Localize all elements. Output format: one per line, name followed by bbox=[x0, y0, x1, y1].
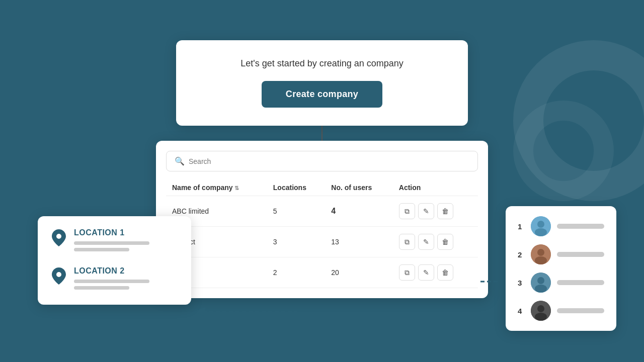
location-pin-icon-2 bbox=[52, 267, 66, 288]
svg-point-12 bbox=[537, 305, 544, 312]
create-company-button[interactable]: Create company bbox=[262, 81, 382, 108]
locations-1: 5 bbox=[267, 196, 326, 227]
avatar-4 bbox=[531, 301, 551, 321]
location-title-2: LOCATION 2 bbox=[74, 266, 177, 276]
location-bar-2b bbox=[74, 286, 129, 290]
location-pin-icon-1 bbox=[52, 229, 66, 250]
edit-button-2[interactable]: ✎ bbox=[418, 234, 434, 250]
user-row-4: 4 bbox=[518, 301, 604, 321]
svg-point-13 bbox=[535, 313, 547, 321]
user-name-bar-3 bbox=[557, 280, 604, 285]
user-number-4: 4 bbox=[518, 307, 525, 315]
delete-button-1[interactable]: 🗑 bbox=[437, 203, 453, 219]
actions-1: ⧉ ✎ 🗑 bbox=[393, 196, 478, 227]
locations-3: 2 bbox=[267, 257, 326, 288]
search-icon: 🔍 bbox=[175, 156, 185, 166]
actions-2: ⧉ ✎ 🗑 bbox=[393, 227, 478, 257]
location-text-1: LOCATION 1 bbox=[74, 228, 177, 254]
user-row-3: 3 bbox=[518, 273, 604, 293]
users-card: 1 2 3 4 bbox=[506, 206, 616, 331]
table-header-row: Name of company Locations No. of users A… bbox=[166, 179, 478, 196]
location-item-1: LOCATION 1 bbox=[52, 228, 177, 254]
search-input[interactable] bbox=[189, 157, 469, 165]
create-company-subtitle: Let's get started by creating an company bbox=[206, 58, 438, 69]
locations-2: 3 bbox=[267, 227, 326, 257]
col-action: Action bbox=[393, 179, 478, 196]
col-users: No. of users bbox=[325, 179, 392, 196]
svg-point-10 bbox=[535, 285, 547, 293]
user-name-bar-4 bbox=[557, 308, 604, 313]
edit-button-3[interactable]: ✎ bbox=[418, 264, 434, 281]
user-number-2: 2 bbox=[518, 250, 525, 259]
svg-point-4 bbox=[535, 228, 547, 236]
copy-button-2[interactable]: ⧉ bbox=[399, 234, 415, 250]
user-name-bar-2 bbox=[557, 252, 604, 257]
users-1: 4 bbox=[325, 196, 392, 227]
location-title-1: LOCATION 1 bbox=[74, 228, 177, 237]
user-row-1: 1 bbox=[518, 216, 604, 236]
svg-point-9 bbox=[537, 277, 544, 284]
location-text-2: LOCATION 2 bbox=[74, 266, 177, 293]
table-row: 2 20 ⧉ ✎ 🗑 bbox=[166, 257, 478, 288]
users-2: 13 bbox=[325, 227, 392, 257]
delete-button-3[interactable]: 🗑 bbox=[437, 264, 453, 281]
table-row: ...oduct 3 13 ⧉ ✎ 🗑 bbox=[166, 227, 478, 257]
company-table-card: 🔍 Name of company Locations No. of users… bbox=[156, 141, 488, 298]
svg-point-6 bbox=[537, 249, 544, 256]
edit-button-1[interactable]: ✎ bbox=[418, 203, 434, 219]
user-row-2: 2 bbox=[518, 244, 604, 264]
delete-button-2[interactable]: 🗑 bbox=[437, 234, 453, 250]
avatar-2 bbox=[531, 244, 551, 264]
avatar-1 bbox=[531, 216, 551, 236]
search-bar[interactable]: 🔍 bbox=[166, 151, 478, 171]
user-name-bar-1 bbox=[557, 224, 604, 229]
copy-button-1[interactable]: ⧉ bbox=[399, 203, 415, 219]
user-number-3: 3 bbox=[518, 279, 525, 287]
location-item-2: LOCATION 2 bbox=[52, 266, 177, 293]
location-bar-1b bbox=[74, 248, 129, 251]
svg-point-7 bbox=[535, 256, 547, 264]
actions-3: ⧉ ✎ 🗑 bbox=[393, 257, 478, 288]
svg-point-3 bbox=[537, 221, 544, 228]
avatar-3 bbox=[531, 273, 551, 293]
company-table: Name of company Locations No. of users A… bbox=[166, 179, 478, 288]
location-card: LOCATION 1 LOCATION 2 bbox=[38, 216, 191, 305]
col-name: Name of company bbox=[166, 179, 267, 196]
create-company-card: Let's get started by creating an company… bbox=[176, 40, 468, 126]
location-bar-1a bbox=[74, 241, 149, 245]
user-number-1: 1 bbox=[518, 222, 525, 231]
col-locations: Locations bbox=[267, 179, 326, 196]
table-row: ABC limited 5 4 ⧉ ✎ 🗑 bbox=[166, 196, 478, 227]
connector-line bbox=[321, 126, 323, 141]
location-bar-2a bbox=[74, 280, 149, 283]
copy-button-3[interactable]: ⧉ bbox=[399, 264, 415, 281]
users-3: 20 bbox=[325, 257, 392, 288]
